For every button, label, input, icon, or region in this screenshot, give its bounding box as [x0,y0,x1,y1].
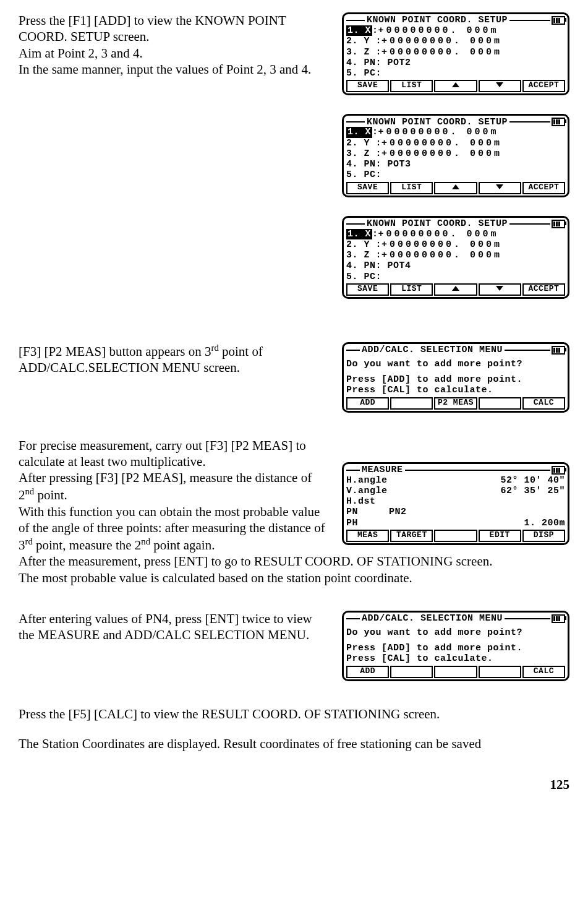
instruction-text-1: Press the [F1] [ADD] to view the KNOWN P… [19,12,322,77]
field-pc-label[interactable]: 5. PC [346,170,376,180]
field-pn-label[interactable]: 4. PN [346,58,376,68]
softkey-blank[interactable] [479,397,521,410]
prompt-question: Do you want to add more point? [346,627,565,638]
softkey-calc[interactable]: CALC [522,397,565,410]
battery-icon [552,346,565,355]
vangle-value: 62° 35′ 25″ [500,486,565,496]
field-x-label[interactable]: 1. X [346,25,372,36]
softkey-add[interactable]: ADD [346,397,389,410]
softkey-blank[interactable] [390,397,433,410]
field-x-value: +00000000. 000m [378,127,499,137]
hangle-label: H.angle [346,475,388,486]
pn-label: PN [346,507,358,517]
field-x-value: +00000000. 000m [378,229,499,239]
device-screen-addcalc-p2meas: ADD/CALC. SELECTION MENU Do you want to … [342,342,569,413]
battery-icon [552,466,565,475]
softkey-target[interactable]: TARGET [390,530,433,542]
field-z-value: +00000000. 000m [381,148,502,159]
softkey-edit[interactable]: EDIT [479,530,521,542]
battery-icon [552,118,565,126]
field-x-label[interactable]: 1. X [346,127,372,137]
svg-marker-3 [496,184,503,189]
svg-marker-2 [452,184,459,189]
field-y-label[interactable]: 2. Y [346,239,370,250]
instruction-text-2: [F3] [P2 MEAS] button appears on 3rd poi… [19,342,322,376]
svg-marker-5 [496,286,503,291]
softkey-blank[interactable] [434,666,477,678]
field-z-label[interactable]: 3. Z [346,47,370,58]
device-screen-known-point-pot3: KNOWN POINT COORD. SETUP 1. X:+00000000.… [342,114,569,197]
text: The most probable value is calculated ba… [19,570,569,586]
instruction-text-4: After entering values of PN4, press [ENT… [19,611,322,643]
softkey-save[interactable]: SAVE [346,182,389,194]
field-y-value: +00000000. 000m [381,239,502,250]
softkey-add[interactable]: ADD [346,666,389,678]
instruction-text-5: Press the [F5] [CALC] to view the RESULT… [19,706,569,752]
field-pn-label[interactable]: 4. PN [346,260,376,271]
prompt-line2: Press [CAL] to calculate. [346,653,565,664]
screen-title: KNOWN POINT COORD. SETUP [365,15,509,25]
softkey-up[interactable] [434,182,477,194]
softkey-accept[interactable]: ACCEPT [522,182,565,194]
field-y-value: +00000000. 000m [381,36,502,46]
text: [F3] [P2 MEAS] button appears on 3rd poi… [19,342,322,376]
softkey-accept[interactable]: ACCEPT [522,283,565,296]
softkey-up[interactable] [434,283,477,296]
field-pc-label[interactable]: 5. PC [346,68,376,79]
field-z-label[interactable]: 3. Z [346,148,370,159]
field-z-label[interactable]: 3. Z [346,250,370,260]
prompt-question: Do you want to add more point? [346,359,565,369]
field-pn-value: POT3 [388,159,411,170]
hdst-label: H.dst [346,496,376,507]
text: After the measurement, press [ENT] to go… [19,553,569,569]
pn-value: PN2 [389,507,407,517]
text: For precise measurement, carry out [F3] … [19,437,328,470]
battery-icon [552,16,565,25]
softkey-list[interactable]: LIST [390,80,433,92]
text: After entering values of PN4, press [ENT… [19,611,322,643]
text: The Station Coordinates are displayed. R… [19,736,569,752]
field-x-value: +00000000. 000m [378,25,499,36]
field-y-value: +00000000. 000m [381,138,502,148]
softkey-accept[interactable]: ACCEPT [522,80,565,92]
softkey-list[interactable]: LIST [390,182,433,194]
softkey-blank[interactable] [479,666,521,678]
ph-value: 1. 200m [524,518,565,528]
device-screen-measure: MEASURE H.angle52° 10′ 40″ V.angle62° 35… [342,462,569,545]
vangle-label: V.angle [346,486,388,496]
device-screen-addcalc: ADD/CALC. SELECTION MENU Do you want to … [342,611,569,681]
screen-title: ADD/CALC. SELECTION MENU [360,613,505,624]
field-pn-value: POT2 [388,58,411,68]
device-screen-known-point-pot4: KNOWN POINT COORD. SETUP 1. X:+00000000.… [342,216,569,299]
softkey-down[interactable] [479,182,521,194]
softkey-down[interactable] [479,283,521,296]
text: With this function you can obtain the mo… [19,504,334,554]
softkey-down[interactable] [479,80,521,92]
softkey-meas[interactable]: MEAS [346,530,389,542]
softkey-save[interactable]: SAVE [346,80,389,92]
field-z-value: +00000000. 000m [381,250,502,260]
svg-marker-0 [452,82,459,87]
text: After pressing [F3] [P2 MEAS], measure t… [19,470,322,504]
field-y-label[interactable]: 2. Y [346,36,370,46]
softkey-p2meas[interactable]: P2 MEAS [434,397,477,410]
text: Press the [F5] [CALC] to view the RESULT… [19,706,569,722]
softkey-up[interactable] [434,80,477,92]
softkey-list[interactable]: LIST [390,283,433,296]
screen-title: KNOWN POINT COORD. SETUP [365,117,509,127]
field-y-label[interactable]: 2. Y [346,138,370,148]
softkey-blank[interactable] [434,530,477,542]
softkey-save[interactable]: SAVE [346,283,389,296]
field-pc-label[interactable]: 5. PC [346,272,376,282]
field-x-label[interactable]: 1. X [346,229,372,239]
softkey-calc[interactable]: CALC [522,666,565,678]
softkey-blank[interactable] [390,666,433,678]
text: Press the [F1] [ADD] to view the KNOWN P… [19,12,322,45]
field-pn-value: POT4 [388,260,411,271]
prompt-line2: Press [CAL] to calculate. [346,385,565,395]
prompt-line1: Press [ADD] to add more point. [346,374,565,385]
field-pn-label[interactable]: 4. PN [346,159,376,170]
ph-label: PH [346,518,358,528]
softkey-disp[interactable]: DISP [522,530,565,542]
hangle-value: 52° 10′ 40″ [500,475,565,486]
